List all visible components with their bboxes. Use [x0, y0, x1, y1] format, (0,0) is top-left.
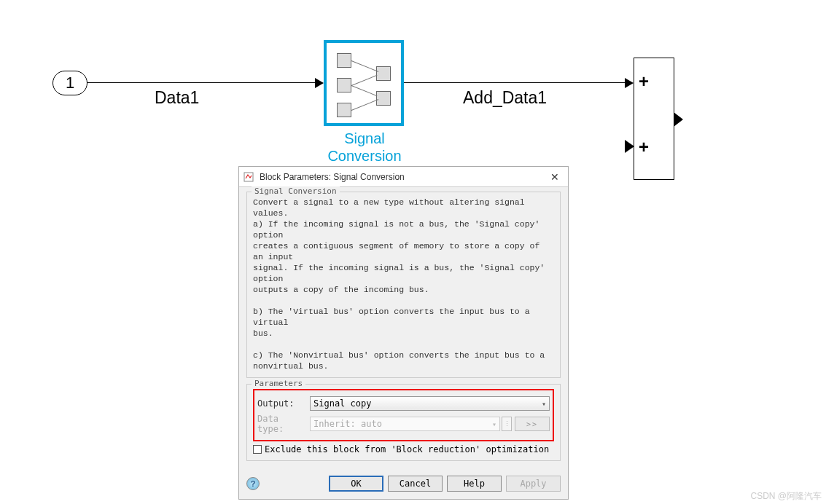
ok-button[interactable]: OK	[329, 476, 383, 492]
signal-line-1	[87, 82, 321, 83]
watermark: CSDN @阿隆汽车	[750, 490, 822, 503]
datatype-value: Inherit: auto	[313, 419, 382, 429]
block-icon-box	[376, 66, 391, 81]
signal-line-2	[404, 82, 630, 83]
block-icon-box	[376, 91, 391, 106]
dialog-title: Block Parameters: Signal Conversion	[260, 172, 405, 182]
datatype-expand-button: >>	[515, 417, 550, 431]
help-button[interactable]: Help	[447, 476, 502, 492]
more-icon: ⋮	[504, 420, 510, 428]
inport-number: 1	[66, 74, 74, 92]
output-value: Signal copy	[313, 398, 371, 409]
block-icon-line	[351, 75, 378, 86]
arrow-icon	[315, 78, 324, 88]
sum-output-port	[674, 113, 683, 126]
block-label-line1: Signal	[321, 130, 408, 147]
section-title: Signal Conversion	[252, 186, 340, 196]
block-label-line2: Conversion	[321, 147, 408, 165]
output-label: Output:	[257, 398, 310, 409]
plus-icon: +	[639, 137, 649, 157]
description-section: Signal Conversion Convert a signal to a …	[246, 192, 561, 378]
datatype-label: Data type:	[257, 414, 310, 434]
parameters-section: Parameters Output: Signal copy Data type…	[246, 384, 561, 461]
simulink-icon	[243, 171, 255, 183]
dialog-titlebar[interactable]: Block Parameters: Signal Conversion ✕	[239, 167, 568, 187]
dialog-footer: ? OK Cancel Help Apply	[239, 473, 568, 499]
signal-conversion-label: Signal Conversion	[321, 130, 408, 165]
block-icon-line	[351, 85, 378, 96]
inport-block[interactable]: 1	[52, 71, 87, 95]
help-icon[interactable]: ?	[246, 477, 260, 490]
sum-block[interactable]: + +	[634, 58, 674, 180]
exclude-row: Exclude this block from 'Block reduction…	[253, 444, 554, 454]
datatype-dropdown: Inherit: auto	[310, 417, 500, 431]
block-parameters-dialog: Block Parameters: Signal Conversion ✕ Si…	[238, 166, 569, 500]
exclude-label: Exclude this block from 'Block reduction…	[265, 444, 549, 454]
block-icon-box	[337, 103, 351, 117]
section-title: Parameters	[252, 379, 305, 388]
signal2-label: Add_Data1	[463, 88, 547, 108]
cancel-button[interactable]: Cancel	[388, 476, 443, 492]
svg-rect-0	[244, 173, 253, 181]
arrow-icon	[625, 78, 634, 88]
datatype-assistant-button: ⋮	[502, 417, 512, 431]
block-icon-box	[337, 78, 351, 92]
datatype-row: Data type: Inherit: auto ⋮ >>	[257, 414, 550, 434]
block-icon-line	[351, 99, 378, 111]
block-description: Convert a signal to a new type without a…	[253, 197, 554, 371]
signal1-label: Data1	[155, 88, 199, 108]
output-dropdown[interactable]: Signal copy	[310, 396, 550, 411]
block-icon-line	[351, 60, 378, 72]
block-icon-box	[337, 53, 351, 68]
close-button[interactable]: ✕	[546, 170, 564, 184]
output-row: Output: Signal copy	[257, 396, 550, 411]
apply-button: Apply	[506, 476, 561, 492]
plus-icon: +	[639, 71, 649, 92]
highlighted-parameters: Output: Signal copy Data type: Inherit: …	[253, 389, 554, 441]
expand-icon: >>	[526, 420, 538, 428]
dialog-body: Signal Conversion Convert a signal to a …	[239, 187, 568, 473]
exclude-checkbox[interactable]	[253, 445, 262, 454]
signal-conversion-block[interactable]	[324, 40, 404, 126]
sum-input-port	[625, 140, 634, 153]
close-icon: ✕	[550, 171, 559, 183]
